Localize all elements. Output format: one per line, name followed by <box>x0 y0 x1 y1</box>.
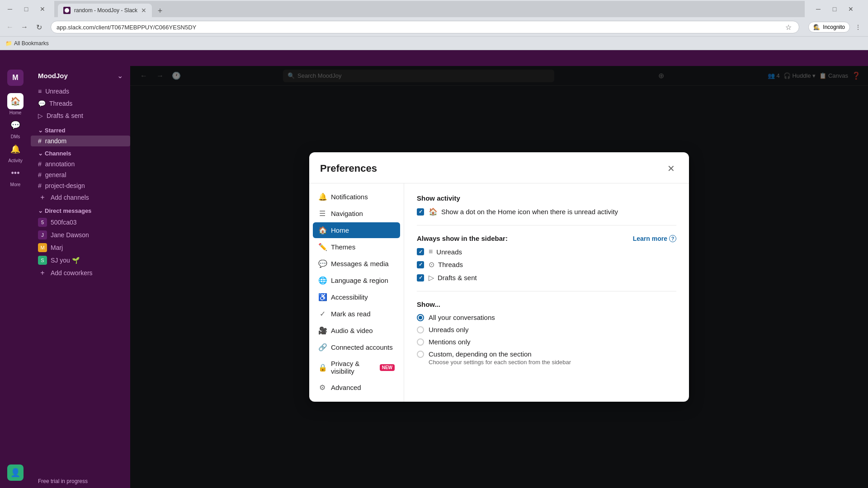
profile-button[interactable]: 🕵️ Incognito <box>808 22 850 33</box>
active-tab[interactable]: random - MoodJoy - Slack ✕ <box>58 4 152 17</box>
more-button[interactable]: ⋮ <box>852 21 864 33</box>
sidebar-channel-random[interactable]: # random <box>31 136 130 146</box>
dms-rail-item[interactable]: 💬 DMs <box>7 117 24 139</box>
modal-close-button[interactable]: ✕ <box>664 161 678 176</box>
nav-language[interactable]: 🌐 Language & region <box>313 272 400 288</box>
nav-audio-video[interactable]: 🎥 Audio & video <box>313 323 400 338</box>
window-maximize-button[interactable]: □ <box>828 3 841 15</box>
add-coworkers-icon: + <box>38 268 47 277</box>
drafts-checkbox[interactable]: ✓ <box>417 274 424 282</box>
icon-rail: M 🏠 Home 💬 DMs 🔔 Activity ••• More 👤 <box>0 66 31 488</box>
add-coworkers[interactable]: + Add coworkers <box>31 267 130 279</box>
bookmark-icon[interactable]: ☆ <box>785 23 792 32</box>
bookmarks-label[interactable]: 📁 All Bookmarks <box>5 40 49 47</box>
show-activity-title: Show activity <box>417 194 676 202</box>
learn-more-link[interactable]: Learn more ? <box>633 235 676 242</box>
window-minimize-button[interactable]: ─ <box>812 3 825 15</box>
radio-all-label: All your conversations <box>429 314 495 321</box>
dm-marj[interactable]: M Marj <box>31 241 130 254</box>
hash-icon: # <box>38 160 42 168</box>
home-rail-item[interactable]: 🏠 Home <box>7 93 24 115</box>
sidebar-unreads[interactable]: ≡ Unreads <box>34 85 127 97</box>
threads-icon: 💬 <box>38 100 46 107</box>
nav-privacy[interactable]: 🔒 Privacy & visibility NEW <box>313 356 400 379</box>
radio-unreads-only-btn[interactable] <box>417 326 424 333</box>
drafts-icon: ▷ <box>38 112 43 119</box>
add-channels[interactable]: + Add channels <box>31 191 130 204</box>
show-activity-checkbox[interactable]: ✓ <box>417 208 424 216</box>
radio-custom-btn[interactable] <box>417 351 424 358</box>
sidebar-threads[interactable]: 💬 Threads <box>34 98 127 109</box>
radio-unreads-only[interactable]: Unreads only <box>417 326 676 333</box>
dm-sj-you[interactable]: S SJ you 🌱 <box>31 254 130 267</box>
more-rail-item[interactable]: ••• More <box>7 165 24 187</box>
nav-notifications[interactable]: 🔔 Notifications <box>313 189 400 205</box>
bookmarks-bar: 📁 All Bookmarks <box>0 36 868 50</box>
modal-header: Preferences ✕ <box>309 152 689 183</box>
modal-nav-sidebar: 🔔 Notifications ☰ Navigation 🏠 Home <box>309 183 404 402</box>
workspace-menu-icon[interactable]: ⌄ <box>117 71 123 80</box>
reload-button[interactable]: ↻ <box>33 21 45 33</box>
radio-all-conversations[interactable]: All your conversations <box>417 314 676 321</box>
threads-checkbox[interactable]: ✓ <box>417 261 424 268</box>
nav-themes[interactable]: ✏️ Themes <box>313 239 400 255</box>
browser-controls[interactable]: ─ □ ✕ <box>4 3 49 15</box>
dm-avatar: M <box>38 243 47 252</box>
nav-connected-accounts[interactable]: 🔗 Connected accounts <box>313 339 400 355</box>
forward-button[interactable]: → <box>18 21 31 33</box>
workspace-header[interactable]: MoodJoy ⌄ <box>31 66 130 84</box>
section-divider-2 <box>417 291 676 291</box>
audio-video-icon: 🎥 <box>318 326 326 335</box>
radio-all-conversations-btn[interactable] <box>417 314 424 321</box>
new-tab-button[interactable]: + <box>154 5 166 17</box>
minimize-button[interactable]: ─ <box>4 3 16 15</box>
close-button[interactable]: ✕ <box>36 3 49 15</box>
privacy-icon: 🔒 <box>318 363 326 372</box>
radio-mentions-only-btn[interactable] <box>417 338 424 346</box>
preferences-modal: Preferences ✕ 🔔 Notifications ☰ Navigati… <box>309 152 689 402</box>
learn-more-icon: ? <box>669 235 676 242</box>
address-bar[interactable]: app.slack.com/client/T067MEBPPUY/C066YES… <box>51 21 799 33</box>
mark-read-icon: ✓ <box>318 310 326 318</box>
nav-mark-as-read[interactable]: ✓ Mark as read <box>313 306 400 322</box>
accessibility-icon: ♿ <box>318 293 326 301</box>
hash-icon: # <box>38 171 42 178</box>
drafts-icon: ▷ <box>429 273 434 282</box>
maximize-button[interactable]: □ <box>20 3 33 15</box>
navigation-icon: ☰ <box>318 209 326 218</box>
checkmark-icon: ✓ <box>419 262 423 267</box>
workspace-icon[interactable]: M <box>7 70 24 86</box>
channels-section: ⌄ Channels <box>31 146 130 159</box>
tab-favicon <box>63 7 71 14</box>
dm-jane-dawson[interactable]: J Jane Dawson <box>31 229 130 241</box>
home-nav-icon: 🏠 <box>318 226 326 235</box>
modal-body: 🔔 Notifications ☰ Navigation 🏠 Home <box>309 183 689 402</box>
tab-close-button[interactable]: ✕ <box>141 7 146 14</box>
nav-advanced[interactable]: ⚙ Advanced <box>313 380 400 395</box>
activity-rail-item[interactable]: 🔔 Activity <box>7 141 24 163</box>
sidebar-channel-annotation[interactable]: # annotation <box>31 159 130 169</box>
back-button[interactable]: ← <box>4 21 16 33</box>
radio-mentions-only[interactable]: Mentions only <box>417 338 676 346</box>
radio-custom[interactable]: Custom, depending on the section Choose … <box>417 350 676 366</box>
incognito-label: Incognito <box>823 24 845 30</box>
sidebar-channel-project-design[interactable]: # project-design <box>31 180 130 191</box>
nav-accessibility[interactable]: ♿ Accessibility <box>313 289 400 305</box>
sidebar-channel-general[interactable]: # general <box>31 169 130 180</box>
nav-navigation[interactable]: ☰ Navigation <box>313 206 400 221</box>
window-close-button[interactable]: ✕ <box>844 3 857 15</box>
checkmark-icon: ✓ <box>419 275 423 281</box>
sidebar-top-actions: ≡ Unreads 💬 Threads ▷ Drafts & sent <box>31 84 130 123</box>
nav-messages-media[interactable]: 💬 Messages & media <box>313 256 400 272</box>
dm-avatar: S <box>38 256 47 265</box>
drafts-sidebar-label: ▷ Drafts & sent <box>429 273 477 282</box>
section-divider-1 <box>417 225 676 225</box>
unreads-sidebar-label: ≡ Unreads <box>429 248 462 256</box>
radio-custom-content: Custom, depending on the section Choose … <box>429 350 571 366</box>
nav-home[interactable]: 🏠 Home <box>313 222 400 238</box>
dm-500fca03[interactable]: 5 500fca03 <box>31 216 130 229</box>
unreads-checkbox[interactable]: ✓ <box>417 248 424 255</box>
tab-title: random - MoodJoy - Slack <box>74 7 137 14</box>
user-avatar-icon[interactable]: 👤 <box>7 465 24 481</box>
sidebar-drafts[interactable]: ▷ Drafts & sent <box>34 110 127 122</box>
